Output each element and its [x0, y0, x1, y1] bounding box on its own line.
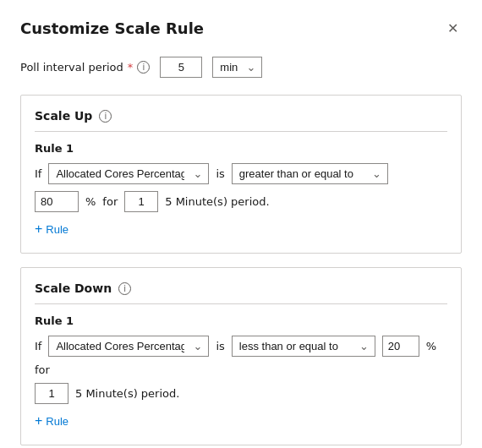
scale-up-plus-icon: +: [35, 222, 42, 236]
scale-down-for-input[interactable]: [35, 383, 68, 404]
scale-up-for-text: for: [102, 195, 118, 208]
required-marker: *: [128, 61, 134, 74]
close-button[interactable]: ✕: [444, 17, 462, 40]
scale-up-header: Scale Up i: [35, 109, 447, 132]
scale-up-add-rule-label: Rule: [46, 223, 68, 236]
dialog-title: Customize Scale Rule: [20, 19, 204, 37]
scale-down-period-text: 5 Minute(s) period.: [75, 387, 179, 400]
poll-interval-label: Poll interval period * i: [20, 61, 150, 74]
scale-up-condition-wrapper: greater than or equal to less than or eq…: [232, 163, 388, 184]
scale-up-title: Scale Up: [35, 109, 92, 123]
scale-up-is-text: is: [216, 167, 224, 180]
scale-down-metric-wrapper: Allocated Cores Percentage Memory Percen…: [48, 336, 209, 357]
scale-down-info-icon[interactable]: i: [118, 282, 131, 295]
scale-up-period-text: 5 Minute(s) period.: [165, 195, 269, 208]
scale-down-period-row: 5 Minute(s) period.: [35, 383, 447, 404]
scale-down-threshold-input[interactable]: [382, 336, 419, 357]
scale-up-rule-label: Rule 1: [35, 142, 447, 155]
scale-up-condition-select[interactable]: greater than or equal to less than or eq…: [232, 163, 388, 184]
scale-up-info-icon[interactable]: i: [99, 110, 112, 123]
scale-down-header: Scale Down i: [35, 281, 447, 304]
scale-up-for-input[interactable]: [124, 191, 158, 212]
scale-up-section: Scale Up i Rule 1 If Allocated Cores Per…: [20, 95, 462, 254]
poll-info-icon[interactable]: i: [137, 61, 150, 74]
dialog-header: Customize Scale Rule ✕: [20, 17, 462, 40]
scale-down-metric-select[interactable]: Allocated Cores Percentage Memory Percen…: [48, 336, 209, 357]
scale-up-rule-row: If Allocated Cores Percentage Memory Per…: [35, 163, 447, 184]
scale-down-rule-label: Rule 1: [35, 314, 447, 327]
scale-up-pct-label: %: [85, 195, 96, 208]
scale-up-metric-wrapper: Allocated Cores Percentage Memory Percen…: [48, 163, 209, 184]
scale-up-metric-select[interactable]: Allocated Cores Percentage Memory Percen…: [48, 163, 209, 184]
poll-unit-select[interactable]: min sec: [212, 57, 262, 78]
customize-scale-rule-dialog: Customize Scale Rule ✕ Poll interval per…: [0, 0, 482, 448]
scale-down-condition-wrapper: less than or equal to greater than or eq…: [232, 336, 375, 357]
scale-down-condition-select[interactable]: less than or equal to greater than or eq…: [232, 336, 375, 357]
poll-interval-input[interactable]: [160, 57, 202, 78]
scale-up-if-text: If: [35, 167, 41, 180]
scale-down-if-text: If: [35, 340, 41, 352]
scale-down-add-rule-button[interactable]: + Rule: [35, 411, 68, 431]
scale-down-add-rule-label: Rule: [46, 415, 68, 428]
scale-up-threshold-input[interactable]: [35, 191, 79, 212]
scale-up-add-rule-button[interactable]: + Rule: [35, 219, 68, 239]
scale-down-for-text: for: [35, 363, 50, 376]
scale-down-section: Scale Down i Rule 1 If Allocated Cores P…: [20, 267, 462, 445]
scale-down-plus-icon: +: [35, 414, 42, 428]
scale-down-is-text: is: [216, 340, 224, 352]
scale-down-pct-label: %: [426, 340, 436, 352]
scale-down-rule-row: If Allocated Cores Percentage Memory Per…: [35, 336, 447, 376]
poll-interval-row: Poll interval period * i min sec: [20, 57, 462, 78]
scale-down-title: Scale Down: [35, 281, 112, 295]
scale-up-threshold-row: % for 5 Minute(s) period.: [35, 191, 447, 212]
poll-unit-wrapper: min sec: [212, 57, 262, 78]
